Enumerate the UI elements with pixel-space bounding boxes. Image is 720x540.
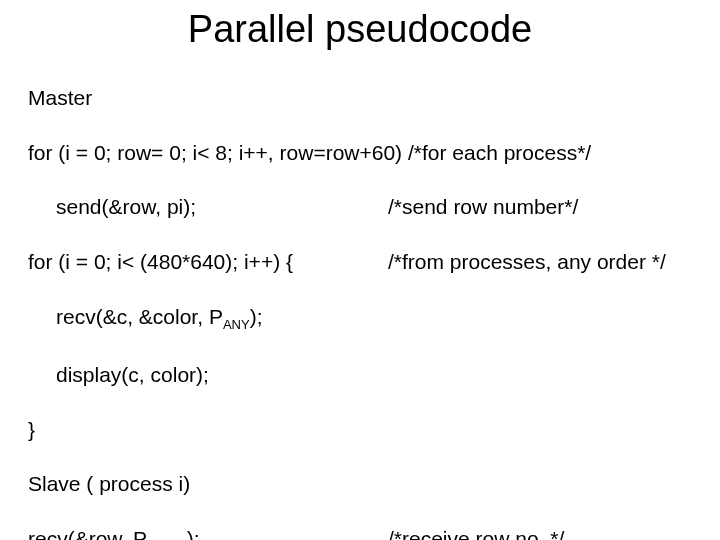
text: ); (250, 305, 263, 328)
slide: Parallel pseudocode Master for (i = 0; r… (0, 0, 720, 540)
comment: /*receive row no. */ (388, 525, 564, 540)
slide-title: Parallel pseudocode (28, 8, 692, 51)
code-line: send(&row, pi);/*send row number*/ (28, 193, 692, 220)
text: display(c, color); (28, 361, 209, 388)
subscript: ANY (223, 317, 250, 332)
code-line: recv(&c, &color, PANY); (28, 303, 692, 334)
text: ); (187, 527, 200, 540)
text: for (i = 0; i< (480*640); i++) { (28, 250, 293, 273)
comment: /*for each process*/ (408, 141, 591, 164)
code-line: for (i = 0; i< (480*640); i++) {/*from p… (28, 248, 692, 275)
text: recv(&row, Pmaster); (28, 527, 200, 540)
text: for (i = 0; row= 0; i< 8; i++, row=row+6… (28, 141, 408, 164)
code-line: } (28, 416, 692, 443)
text: recv(&row, P (28, 527, 147, 540)
text: recv(&c, &color, P (56, 305, 223, 328)
heading-slave: Slave ( process i) (28, 470, 692, 497)
comment: /*from processes, any order */ (388, 248, 666, 275)
code-line: display(c, color); (28, 361, 692, 388)
text: send(&row, pi); (28, 193, 196, 220)
code-line: recv(&row, Pmaster);/*receive row no. */ (28, 525, 692, 540)
text: recv(&c, &color, PANY); (28, 303, 262, 334)
heading-master: Master (28, 84, 692, 111)
code-block: Master for (i = 0; row= 0; i< 8; i++, ro… (28, 57, 692, 540)
comment: /*send row number*/ (388, 193, 578, 220)
code-line: for (i = 0; row= 0; i< 8; i++, row=row+6… (28, 139, 692, 166)
